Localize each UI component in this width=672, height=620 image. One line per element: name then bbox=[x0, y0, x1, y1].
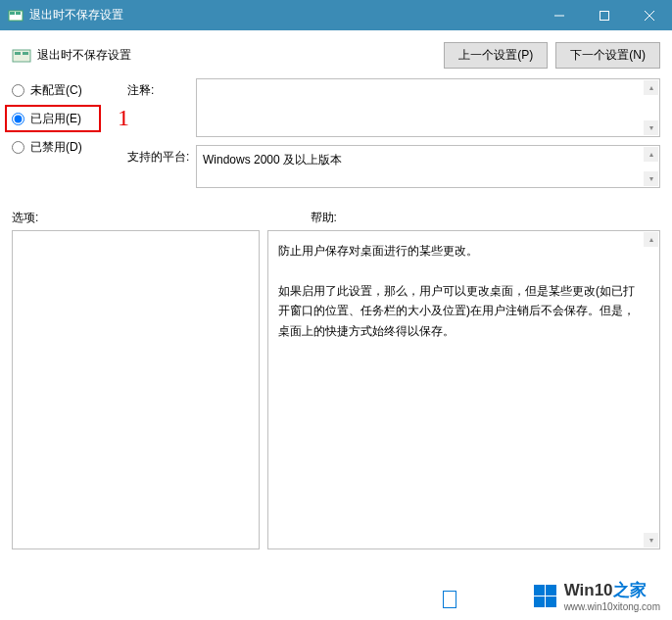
comment-label: 注释: bbox=[127, 78, 196, 99]
radio-enabled-label[interactable]: 已启用(E) bbox=[30, 111, 81, 127]
scroll-up-button[interactable]: ▴ bbox=[644, 80, 658, 95]
maximize-button[interactable] bbox=[582, 0, 627, 30]
page-title: 退出时不保存设置 bbox=[37, 47, 444, 64]
minimize-button[interactable] bbox=[537, 0, 582, 30]
radio-not-configured-label[interactable]: 未配置(C) bbox=[30, 82, 82, 99]
svg-rect-7 bbox=[13, 50, 30, 62]
titlebar: 退出时不保存设置 bbox=[0, 0, 672, 30]
comment-text bbox=[197, 79, 659, 91]
help-label: 帮助: bbox=[311, 210, 660, 226]
help-p1: 防止用户保存对桌面进行的某些更改。 bbox=[278, 241, 638, 261]
header-row: 退出时不保存设置 上一个设置(P) 下一个设置(N) bbox=[12, 42, 660, 69]
comment-row: 注释: ▴ ▾ bbox=[127, 78, 660, 137]
platform-text: Windows 2000 及以上版本 bbox=[197, 146, 659, 174]
focus-indicator bbox=[443, 591, 456, 608]
watermark-text: Win10之家 www.win10xitong.com bbox=[564, 579, 660, 612]
svg-rect-1 bbox=[10, 12, 15, 15]
svg-rect-4 bbox=[600, 11, 609, 20]
content: 退出时不保存设置 上一个设置(P) 下一个设置(N) 未配置(C) 已启用(E)… bbox=[0, 30, 672, 620]
help-text: 防止用户保存对桌面进行的某些更改。 如果启用了此设置，那么，用户可以更改桌面，但… bbox=[268, 231, 659, 351]
panel-labels: 选项: 帮助: bbox=[12, 210, 660, 226]
radio-disabled-input[interactable] bbox=[12, 141, 24, 154]
platform-label: 支持的平台: bbox=[127, 145, 196, 166]
panels-row: 防止用户保存对桌面进行的某些更改。 如果启用了此设置，那么，用户可以更改桌面，但… bbox=[12, 230, 660, 549]
close-button[interactable] bbox=[627, 0, 672, 30]
radio-not-configured-input[interactable] bbox=[12, 84, 24, 97]
comment-textarea[interactable]: ▴ ▾ bbox=[196, 78, 660, 137]
radio-enabled-input[interactable] bbox=[12, 113, 24, 125]
prev-setting-button[interactable]: 上一个设置(P) bbox=[444, 42, 548, 69]
scroll-down-button[interactable]: ▾ bbox=[644, 171, 658, 186]
next-setting-button[interactable]: 下一个设置(N) bbox=[555, 42, 660, 69]
platform-box: Windows 2000 及以上版本 ▴ ▾ bbox=[196, 145, 660, 188]
policy-icon bbox=[12, 46, 31, 66]
radio-enabled: 已启用(E) 1 bbox=[12, 111, 120, 127]
nav-buttons: 上一个设置(P) 下一个设置(N) bbox=[444, 42, 660, 69]
meta-column: 注释: ▴ ▾ 支持的平台: Windows 2000 及以上版本 ▴ ▾ bbox=[127, 78, 660, 196]
help-panel: 防止用户保存对桌面进行的某些更改。 如果启用了此设置，那么，用户可以更改桌面，但… bbox=[267, 230, 660, 549]
radio-column: 未配置(C) 已启用(E) 1 已禁用(D) bbox=[12, 78, 120, 196]
help-p2: 如果启用了此设置，那么，用户可以更改桌面，但是某些更改(如已打开窗口的位置、任务… bbox=[278, 281, 638, 341]
scroll-down-button[interactable]: ▾ bbox=[644, 120, 658, 135]
radio-disabled: 已禁用(D) bbox=[12, 139, 120, 156]
options-label: 选项: bbox=[12, 210, 311, 226]
scroll-down-button[interactable]: ▾ bbox=[644, 533, 658, 548]
window-controls bbox=[537, 0, 672, 30]
app-icon bbox=[8, 8, 24, 24]
options-panel bbox=[12, 230, 260, 549]
watermark-line2: www.win10xitong.com bbox=[564, 601, 660, 612]
platform-row: 支持的平台: Windows 2000 及以上版本 ▴ ▾ bbox=[127, 145, 660, 188]
svg-rect-8 bbox=[15, 52, 21, 55]
radio-disabled-label[interactable]: 已禁用(D) bbox=[30, 139, 82, 156]
annotation-number: 1 bbox=[118, 105, 129, 131]
radio-not-configured: 未配置(C) bbox=[12, 82, 120, 99]
windows-logo-icon bbox=[534, 585, 556, 607]
watermark: Win10之家 www.win10xitong.com bbox=[534, 579, 660, 612]
svg-rect-2 bbox=[16, 12, 21, 15]
watermark-line1: Win10之家 bbox=[564, 579, 660, 601]
window-title: 退出时不保存设置 bbox=[29, 7, 537, 24]
middle-row: 未配置(C) 已启用(E) 1 已禁用(D) 注释: ▴ ▾ bbox=[12, 78, 660, 196]
scroll-up-button[interactable]: ▴ bbox=[644, 232, 658, 247]
scroll-up-button[interactable]: ▴ bbox=[644, 147, 658, 162]
svg-rect-9 bbox=[23, 52, 28, 55]
